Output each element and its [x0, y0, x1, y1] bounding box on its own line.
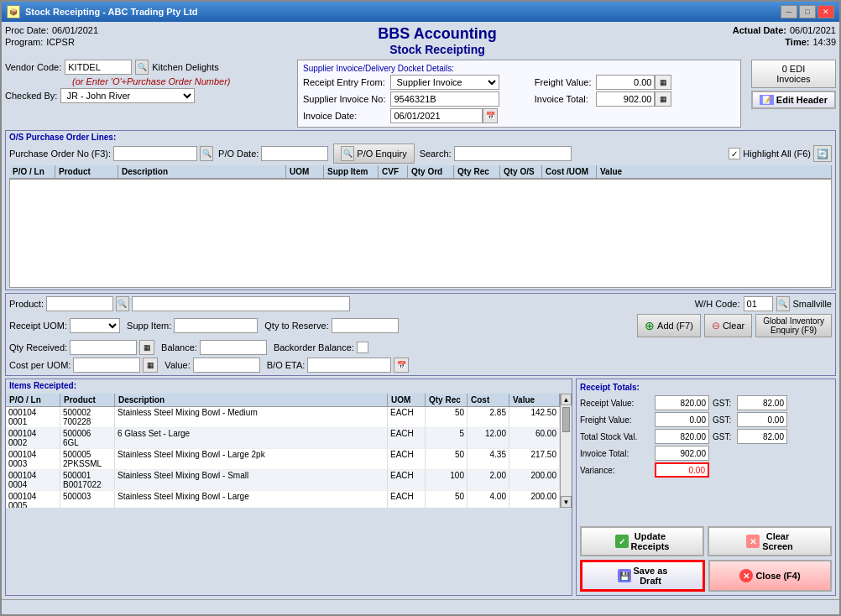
- col-pol: P/O / Ln: [9, 165, 55, 178]
- freight-value-container: ▦: [596, 75, 734, 90]
- list-item[interactable]: 000104 0001 500002 700228 Stainless Stee…: [6, 407, 560, 428]
- highlight-checkbox[interactable]: [729, 148, 740, 159]
- wh-code-section: W/H Code: 🔍 Smallville: [695, 296, 832, 311]
- qty-calc-button[interactable]: ▦: [139, 340, 154, 355]
- po-search-button[interactable]: 🔍: [200, 146, 213, 161]
- po-date-input[interactable]: [261, 146, 328, 161]
- vendor-code-input[interactable]: [65, 60, 132, 75]
- invoice-date-calendar-button[interactable]: 📅: [483, 108, 498, 123]
- backorder-checkbox[interactable]: [357, 342, 368, 353]
- po-enquiry-button[interactable]: 🔍 P/O Enquiry: [333, 144, 414, 164]
- supp-item-input[interactable]: [174, 318, 258, 333]
- col-description: Description: [118, 165, 286, 178]
- refresh-button[interactable]: 🔄: [813, 145, 832, 162]
- product-input[interactable]: [46, 296, 113, 311]
- scroll-thumb[interactable]: [562, 407, 570, 432]
- bo-eta-input[interactable]: [307, 358, 391, 373]
- po-table-header: P/O / Ln Product Description UOM Supp It…: [9, 165, 832, 179]
- cost-per-uom-input[interactable]: [73, 358, 140, 373]
- wh-search-button[interactable]: 🔍: [776, 296, 790, 311]
- clear-button[interactable]: ⊖ Clear: [704, 314, 752, 337]
- freight-value-input[interactable]: [596, 75, 655, 90]
- search-input[interactable]: [454, 146, 572, 161]
- scroll-up-arrow[interactable]: ▲: [561, 394, 572, 405]
- add-label: Add (F7): [657, 321, 693, 331]
- program-row: Program: ICPSR: [5, 37, 190, 47]
- po-date-label: P/O Date:: [218, 149, 259, 159]
- col-qty-ord: Qty Ord: [408, 165, 454, 178]
- supplier-invoice-no-input[interactable]: [390, 91, 499, 107]
- time-value: 14:39: [812, 37, 836, 47]
- po-no-input[interactable]: [113, 146, 197, 161]
- list-item[interactable]: 000104 0002 500006 6GL 6 Glass Set - Lar…: [6, 428, 560, 449]
- invoice-date-input[interactable]: [390, 108, 483, 123]
- qty-reserve-input[interactable]: [332, 318, 399, 333]
- value-label: Value:: [165, 360, 190, 370]
- product-search-button[interactable]: 🔍: [116, 296, 129, 311]
- receipt-from-select[interactable]: Supplier Invoice: [390, 75, 499, 90]
- totals-stock-gst: 82.00: [737, 429, 787, 444]
- center-title: BBS Accounting Stock Receipting: [193, 25, 682, 56]
- vendor-code-row: Vendor Code: 🔍 Kitchen Delights: [5, 60, 290, 75]
- cost-per-uom-label: Cost per UOM:: [9, 360, 71, 370]
- vendor-search-button[interactable]: 🔍: [135, 60, 149, 75]
- minimize-button[interactable]: ─: [781, 5, 797, 18]
- close-button[interactable]: ✕: [817, 5, 834, 18]
- program-value: ICPSR: [46, 37, 75, 47]
- invoice-total-calc-button[interactable]: ▦: [655, 91, 671, 107]
- main-window: 📦 Stock Receipting - ABC Trading Pty Ltd…: [0, 0, 841, 616]
- invoice-total-input[interactable]: [596, 91, 655, 107]
- product-desc-input[interactable]: [132, 296, 350, 311]
- balance-field: Balance:: [161, 340, 267, 355]
- actual-date-label: Actual Date:: [733, 25, 786, 35]
- window-title: Stock Receipting - ABC Trading Pty Ltd: [25, 7, 198, 17]
- items-table-body[interactable]: 000104 0001 500002 700228 Stainless Stee…: [6, 407, 560, 508]
- bo-eta-calendar-button[interactable]: 📅: [394, 358, 409, 373]
- balance-input[interactable]: [200, 340, 267, 355]
- add-button[interactable]: ⊕ Add (F7): [637, 314, 701, 337]
- items-col-cost: Cost: [468, 394, 509, 406]
- edit-header-button[interactable]: 📝 Edit Header: [751, 91, 836, 109]
- cost-calc-button[interactable]: ▦: [143, 358, 158, 373]
- checked-by-label: Checked By:: [5, 91, 57, 101]
- supp-item-field: Supp Item:: [127, 318, 258, 333]
- totals-receipt-value-row: Receipt Value: 820.00 GST: 82.00: [580, 395, 832, 410]
- save-as-draft-button[interactable]: 💾 Save as Draft: [580, 560, 705, 592]
- supplier-invoice-section: Supplier Invoice/Delivery Docket Details…: [297, 60, 741, 128]
- totals-freight-value: 0.00: [655, 412, 709, 427]
- scroll-down-arrow[interactable]: ▼: [561, 496, 572, 508]
- list-item[interactable]: 000104 0004 500001 B0017022 Stainless St…: [6, 470, 560, 491]
- receipt-uom-field: Receipt UOM:: [9, 318, 120, 333]
- items-col-uom: UOM: [388, 394, 426, 406]
- clear-screen-button[interactable]: ✕ Clear Screen: [708, 526, 832, 556]
- totals-freight-gst: 0.00: [737, 412, 787, 427]
- product-field: Product: 🔍: [9, 296, 350, 311]
- proc-date-value: 06/01/2021: [52, 25, 98, 35]
- edi-invoices-button[interactable]: 0 EDI Invoices: [751, 60, 836, 88]
- wh-code-input[interactable]: [744, 296, 773, 311]
- vendor-hint-row: (or Enter 'O'+Purchase Order Number): [5, 76, 290, 86]
- vendor-hint: (or Enter 'O'+Purchase Order Number): [72, 76, 231, 86]
- update-receipts-button[interactable]: ✓ Update Receipts: [580, 526, 704, 556]
- items-col-desc: Description: [115, 394, 388, 406]
- bo-eta-label: B/O ETA:: [267, 360, 306, 370]
- po-table-body[interactable]: [9, 179, 832, 288]
- header-section: Proc Date: 06/01/2021 Program: ICPSR BBS…: [5, 25, 836, 128]
- qty-received-input[interactable]: [70, 340, 137, 355]
- input-row-4: Cost per UOM: ▦ Value: B/O ETA: 📅: [9, 358, 832, 373]
- receipt-uom-select[interactable]: [70, 318, 120, 333]
- list-item[interactable]: 000104 0005 500003 Stainless Steel Mixin…: [6, 491, 560, 508]
- close-button-action[interactable]: ✕ Close (F4): [708, 560, 832, 592]
- freight-calc-button[interactable]: ▦: [655, 75, 671, 90]
- list-item[interactable]: 000104 0003 500005 2PKSSML Stainless Ste…: [6, 449, 560, 470]
- value-input[interactable]: [193, 358, 260, 373]
- table-scrollbar[interactable]: ▲ ▼: [560, 394, 572, 508]
- totals-variance-row: Variance: 0.00: [580, 462, 832, 478]
- supplier-invoice-box: Supplier Invoice/Delivery Docket Details…: [297, 60, 741, 128]
- checked-by-select[interactable]: JR - John River: [60, 88, 195, 103]
- global-inventory-button[interactable]: Global Inventory Enquiry (F9): [755, 314, 832, 337]
- input-row-3: Qty Received: ▦ Balance: Backorder Balan…: [9, 340, 832, 355]
- maximize-button[interactable]: □: [799, 5, 816, 18]
- qty-received-label: Qty Received:: [9, 342, 67, 352]
- receipt-from-label: Receipt Entry From:: [303, 77, 385, 87]
